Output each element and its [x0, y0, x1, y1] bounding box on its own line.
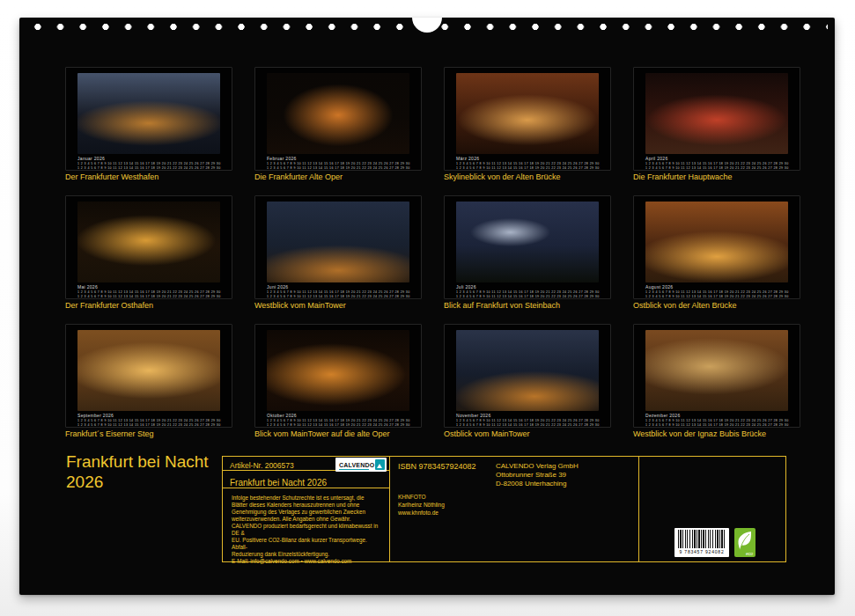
calendar-title-line2: 2026: [66, 473, 229, 493]
dates-strip-row2: 1 2 3 4 5 6 7 8 9 10 11 12 13 14 15 16 1…: [77, 423, 222, 427]
mini-calendar-page: Februar 2026 1 2 3 4 5 6 7 8 9 10 11 12 …: [254, 67, 422, 171]
month-label: November 2026: [456, 413, 610, 418]
dates-strip-row2: 1 2 3 4 5 6 7 8 9 10 11 12 13 14 15 16 1…: [456, 295, 601, 298]
month-photo: [77, 73, 220, 154]
calvendo-tagline-bar: [339, 469, 369, 471]
month-label: April 2026: [645, 156, 800, 161]
calendar-month-cell: Mai 2026 1 2 3 4 5 6 7 8 9 10 11 12 13 1…: [65, 195, 232, 324]
publisher-info-box: Artikel-Nr. 2006573 CALVENDO Frankfurt b…: [222, 456, 786, 562]
month-caption: Westblick vom MainTower: [254, 302, 422, 311]
calendar-month-cell: Juni 2026 1 2 3 4 5 6 7 8 9 10 11 12 13 …: [254, 195, 422, 324]
calendar-month-cell: April 2026 1 2 3 4 5 6 7 8 9 10 11 12 13…: [633, 67, 800, 195]
month-caption: Frankfurt´s Eiserner Steg: [65, 430, 232, 439]
month-label: Februar 2026: [267, 156, 421, 161]
dates-strip-row1: 1 2 3 4 5 6 7 8 9 10 11 12 13 14 15 16 1…: [77, 419, 222, 422]
dates-strip-row1: 1 2 3 4 5 6 7 8 9 10 11 12 13 14 15 16 1…: [645, 290, 790, 294]
leaf-icon: [737, 531, 753, 552]
calendar-back-cover: Januar 2026 1 2 3 4 5 6 7 8 9 10 11 12 1…: [0, 0, 855, 616]
legal-line: E-Mail: info@calvendo.com • www.calvendo…: [232, 558, 382, 565]
legal-line: Genehmigung des Verlages zu gewerblichen…: [232, 509, 382, 516]
dates-strip-row2: 1 2 3 4 5 6 7 8 9 10 11 12 13 14 15 16 1…: [456, 166, 601, 170]
month-label: Januar 2026: [77, 156, 232, 161]
month-photo: [456, 202, 599, 282]
month-caption: Die Frankfurter Alte Oper: [254, 173, 422, 182]
info-left-column: Artikel-Nr. 2006573 CALVENDO Frankfurt b…: [223, 457, 390, 561]
isbn-number: ISBN 9783457924082: [398, 462, 476, 471]
calendar-month-cell: Februar 2026 1 2 3 4 5 6 7 8 9 10 11 12 …: [254, 67, 422, 195]
month-label: Juni 2026: [267, 284, 421, 290]
legal-line: CALVENDO produziert bedarfsgerecht und k…: [232, 523, 382, 537]
calvendo-logo: CALVENDO: [335, 458, 387, 472]
photographer-line: Karlheinz Nöthling: [398, 502, 445, 510]
month-caption: Die Frankfurter Hauptwache: [633, 173, 800, 182]
month-photo: [77, 330, 220, 411]
dates-strip-row1: 1 2 3 4 5 6 7 8 9 10 11 12 13 14 15 16 1…: [77, 290, 222, 294]
month-label: Mai 2026: [77, 284, 232, 290]
month-caption: Westblick von der Ignaz Bubis Brücke: [633, 430, 800, 439]
legal-text: Infolge bestehender Schutzrechte ist es …: [223, 488, 389, 565]
month-caption: Ostblick vom MainTower: [444, 430, 611, 439]
publisher-address: CALVENDO Verlag GmbH Ottobrunner Straße …: [496, 462, 579, 489]
mini-calendar-page: Oktober 2026 1 2 3 4 5 6 7 8 9 10 11 12 …: [254, 324, 422, 428]
month-caption: Ostblick von der Alten Brücke: [633, 302, 800, 311]
legal-line: weiterzuverwenden. Alle Angaben ohne Gew…: [232, 516, 382, 523]
legal-line: Blätter dieses Kalenders herauszutrennen…: [232, 502, 382, 509]
mini-calendar-page: November 2026 1 2 3 4 5 6 7 8 9 10 11 12…: [444, 324, 611, 428]
artikel-number: Artikel-Nr. 2006573: [230, 461, 294, 470]
month-photo: [456, 73, 599, 154]
eco-label: eco: [734, 528, 755, 557]
photographer-line: KHNFOTO: [398, 494, 445, 502]
dates-strip-row1: 1 2 3 4 5 6 7 8 9 10 11 12 13 14 15 16 1…: [267, 290, 411, 294]
calvendo-mark-icon: [375, 459, 385, 470]
month-label: August 2026: [645, 284, 800, 290]
month-caption: Blick auf Frankfurt von Steinbach: [444, 302, 611, 311]
dates-strip-row2: 1 2 3 4 5 6 7 8 9 10 11 12 13 14 15 16 1…: [645, 166, 790, 170]
dates-strip-row1: 1 2 3 4 5 6 7 8 9 10 11 12 13 14 15 16 1…: [456, 290, 601, 294]
month-caption: Blick vom MainTower auf die alte Oper: [254, 430, 422, 439]
mini-calendar-page: Mai 2026 1 2 3 4 5 6 7 8 9 10 11 12 13 1…: [65, 195, 232, 299]
dates-strip-row1: 1 2 3 4 5 6 7 8 9 10 11 12 13 14 15 16 1…: [267, 162, 411, 165]
calendar-month-cell: Januar 2026 1 2 3 4 5 6 7 8 9 10 11 12 1…: [65, 67, 232, 195]
dates-strip-row2: 1 2 3 4 5 6 7 8 9 10 11 12 13 14 15 16 1…: [267, 166, 411, 170]
mini-calendar-page: Juli 2026 1 2 3 4 5 6 7 8 9 10 11 12 13 …: [444, 195, 611, 299]
mini-calendar-page: August 2026 1 2 3 4 5 6 7 8 9 10 11 12 1…: [633, 195, 800, 299]
dates-strip-row2: 1 2 3 4 5 6 7 8 9 10 11 12 13 14 15 16 1…: [456, 423, 601, 427]
publisher-line: CALVENDO Verlag GmbH: [496, 462, 579, 471]
calendar-month-cell: Dezember 2026 1 2 3 4 5 6 7 8 9 10 11 12…: [633, 324, 800, 452]
month-photo: [267, 73, 409, 154]
dates-strip-row2: 1 2 3 4 5 6 7 8 9 10 11 12 13 14 15 16 1…: [77, 166, 222, 170]
month-photo: [645, 202, 788, 282]
calendar-title: Frankfurt bei Nacht 2026: [66, 452, 229, 493]
month-label: September 2026: [77, 413, 232, 418]
month-caption: Der Frankfurter Osthafen: [65, 302, 232, 311]
info-right-column: 9 783457 924082 eco: [639, 457, 785, 561]
artikel-row: Artikel-Nr. 2006573 CALVENDO: [223, 457, 389, 471]
calendar-month-cell: März 2026 1 2 3 4 5 6 7 8 9 10 11 12 13 …: [444, 67, 611, 195]
dates-strip-row1: 1 2 3 4 5 6 7 8 9 10 11 12 13 14 15 16 1…: [77, 162, 222, 165]
mini-calendar-page: Dezember 2026 1 2 3 4 5 6 7 8 9 10 11 12…: [633, 324, 800, 428]
legal-line: Reduzierung dank Einzelstückfertigung.: [232, 551, 382, 558]
barcode-bars: [678, 530, 726, 548]
info-title: Frankfurt bei Nacht 2026: [223, 471, 389, 488]
mini-calendar-page: März 2026 1 2 3 4 5 6 7 8 9 10 11 12 13 …: [444, 67, 611, 171]
ean-barcode: 9 783457 924082: [674, 528, 729, 557]
calendar-month-cell: November 2026 1 2 3 4 5 6 7 8 9 10 11 12…: [444, 324, 611, 452]
dates-strip-row2: 1 2 3 4 5 6 7 8 9 10 11 12 13 14 15 16 1…: [645, 423, 790, 427]
mini-calendar-page: Januar 2026 1 2 3 4 5 6 7 8 9 10 11 12 1…: [65, 67, 232, 171]
eco-text: eco: [746, 551, 753, 556]
calendar-title-line1: Frankfurt bei Nacht: [66, 452, 229, 473]
calendar-month-cell: September 2026 1 2 3 4 5 6 7 8 9 10 11 1…: [65, 324, 232, 452]
calvendo-wordmark: CALVENDO: [339, 462, 374, 468]
month-label: März 2026: [456, 156, 610, 161]
photographer-credit: KHNFOTO Karlheinz Nöthling www.khnfoto.d…: [398, 494, 445, 517]
barcode-number: 9 783457 924082: [674, 548, 729, 555]
month-photo: [645, 330, 788, 411]
month-label: Juli 2026: [456, 284, 610, 290]
photographer-line: www.khnfoto.de: [398, 510, 445, 517]
calendar-page: Januar 2026 1 2 3 4 5 6 7 8 9 10 11 12 1…: [19, 18, 835, 595]
month-photo: [456, 330, 599, 411]
publisher-line: D-82008 Unterhaching: [496, 480, 579, 488]
dates-strip-row1: 1 2 3 4 5 6 7 8 9 10 11 12 13 14 15 16 1…: [267, 419, 411, 422]
dates-strip-row1: 1 2 3 4 5 6 7 8 9 10 11 12 13 14 15 16 1…: [456, 162, 601, 165]
month-photo: [267, 202, 409, 282]
